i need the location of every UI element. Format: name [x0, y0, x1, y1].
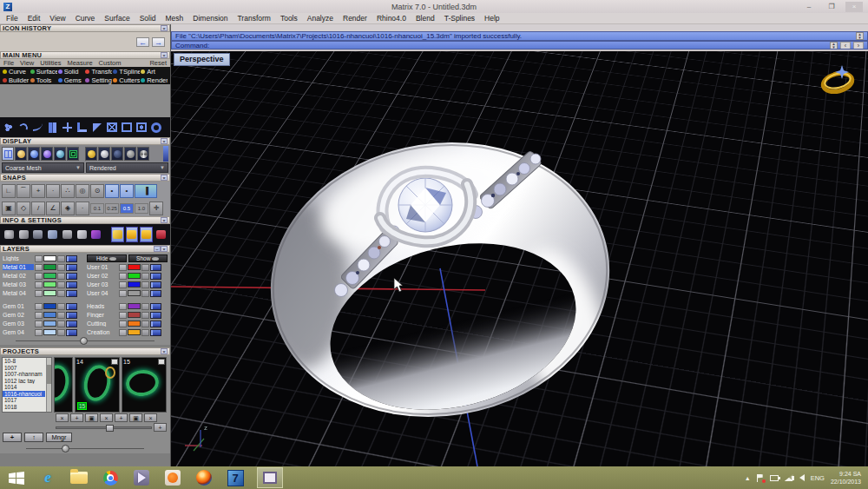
color-swatch[interactable]: [128, 320, 141, 327]
slider-handle[interactable]: [62, 445, 69, 453]
layer-row-heads[interactable]: Heads: [87, 302, 168, 310]
internet-explorer-icon[interactable]: e: [38, 469, 57, 486]
expand-icon[interactable]: [35, 290, 43, 297]
spinner-icon[interactable]: ▲▼: [856, 32, 864, 40]
menu-tools[interactable]: Tools: [280, 14, 298, 23]
color-swatch[interactable]: [43, 255, 56, 261]
gem-icon[interactable]: [89, 227, 102, 242]
snap-point-icon[interactable]: +: [31, 184, 45, 198]
lock-icon[interactable]: [57, 273, 65, 280]
menu-file[interactable]: File: [6, 14, 18, 23]
display-close-icon[interactable]: ×: [161, 138, 168, 144]
chrome-material-icon[interactable]: [137, 147, 149, 161]
list-item[interactable]: 1014: [3, 384, 45, 391]
viewport-tab-perspective[interactable]: Perspective: [174, 53, 230, 66]
notes-icon[interactable]: [76, 227, 89, 242]
wrench-icon[interactable]: [17, 227, 30, 242]
expand-icon[interactable]: [119, 273, 127, 280]
hscroll-handle[interactable]: [106, 425, 114, 432]
hscroll-plus-icon[interactable]: +: [154, 423, 167, 432]
menu-dimension[interactable]: Dimension: [193, 14, 227, 23]
add-thumb-icon[interactable]: +: [115, 413, 128, 422]
lock-icon[interactable]: [141, 329, 149, 336]
mm-file[interactable]: File: [3, 59, 14, 67]
action-center-flag-icon[interactable]: [757, 474, 764, 482]
pointer-icon[interactable]: [111, 227, 124, 242]
color-swatch[interactable]: [128, 290, 141, 296]
cat-transform[interactable]: Transform: [85, 68, 112, 76]
split-icon[interactable]: [120, 120, 133, 135]
expand-icon[interactable]: [35, 264, 43, 271]
visibility-toggle[interactable]: [66, 303, 77, 310]
snap-mid-icon[interactable]: ·: [46, 184, 60, 198]
icon-history-close-icon[interactable]: ×: [161, 25, 168, 31]
visibility-toggle[interactable]: [66, 320, 77, 327]
snap-gem-icon[interactable]: ◈: [61, 202, 75, 215]
projects-close-icon[interactable]: ×: [161, 348, 168, 354]
matrix-taskbar-icon[interactable]: 7: [226, 469, 245, 486]
project-thumbnail-15[interactable]: 15: [122, 357, 167, 413]
color-swatch[interactable]: [43, 303, 56, 309]
hide-button[interactable]: Hide: [87, 254, 127, 262]
visibility-toggle[interactable]: [66, 290, 77, 297]
prev-command-icon[interactable]: ‹: [840, 42, 851, 50]
cat-surface[interactable]: Surface: [30, 68, 57, 76]
lock-icon[interactable]: [141, 312, 149, 319]
cat-solid[interactable]: Solid: [58, 68, 85, 76]
layers-minimize-icon[interactable]: –: [154, 246, 161, 252]
color-swatch[interactable]: [43, 273, 56, 279]
expand-icon[interactable]: [35, 273, 43, 280]
command-history-line[interactable]: File "C:\Users\Pham\Documents\Matrix7\Pr…: [171, 31, 868, 41]
color-swatch[interactable]: [128, 281, 141, 287]
visibility-toggle[interactable]: [150, 312, 161, 319]
expand-icon[interactable]: [119, 281, 127, 288]
snaps-panel-header[interactable]: SNAPS ×: [0, 174, 170, 182]
lock-icon[interactable]: [57, 290, 65, 297]
firefox-icon[interactable]: [194, 469, 214, 486]
visibility-toggle[interactable]: [66, 255, 77, 262]
box-icon[interactable]: [46, 227, 59, 242]
kmplayer-icon[interactable]: [132, 469, 151, 486]
visibility-toggle[interactable]: [66, 329, 77, 336]
menu-blend[interactable]: Blend: [416, 14, 435, 23]
expand-icon[interactable]: [35, 281, 43, 288]
dark-material-icon[interactable]: [111, 147, 123, 161]
shaded-blue-icon[interactable]: [28, 147, 40, 161]
up-project-button[interactable]: ↑: [24, 433, 43, 442]
color-swatch[interactable]: [43, 312, 56, 318]
layer-row-metal04[interactable]: Metal 04: [3, 289, 83, 297]
layer-row-metal02[interactable]: Metal 02: [3, 272, 83, 280]
layer-row-lights[interactable]: Lights: [3, 254, 83, 262]
layer-row-user02[interactable]: User 02: [87, 272, 168, 280]
extract-icon[interactable]: [135, 120, 148, 135]
layer-row-gem02[interactable]: Gem 02: [3, 311, 83, 319]
wireframe-icon[interactable]: [2, 147, 14, 161]
color-swatch[interactable]: [43, 290, 56, 296]
menu-rhino[interactable]: Rhino4.0: [377, 14, 406, 23]
expand-icon[interactable]: [119, 290, 127, 297]
menu-mesh[interactable]: Mesh: [166, 14, 184, 23]
menu-curve[interactable]: Curve: [76, 14, 95, 23]
snap-planar-icon[interactable]: ▐: [135, 184, 157, 198]
mesh-grid-icon[interactable]: [67, 147, 79, 161]
points-icon[interactable]: [2, 120, 15, 135]
file-explorer-icon[interactable]: [69, 469, 89, 486]
list-item[interactable]: 1007-nhannam: [3, 371, 45, 378]
visibility-toggle[interactable]: [66, 264, 77, 271]
layer-row-metal03[interactable]: Metal 03: [3, 281, 83, 288]
render-mode-select[interactable]: Rendered▼: [86, 162, 168, 173]
mm-measure[interactable]: Measure: [67, 59, 92, 67]
layer-row-user01[interactable]: User 01: [87, 263, 168, 271]
snap-line-icon[interactable]: /: [31, 202, 45, 215]
list-item[interactable]: 1012 lac tay: [3, 378, 45, 385]
layers-close-icon[interactable]: ×: [161, 246, 168, 252]
layer-row-gem04[interactable]: Gem 04: [3, 328, 83, 336]
mm-reset[interactable]: Reset: [149, 59, 167, 67]
cat-setting[interactable]: Setting: [85, 76, 112, 84]
cat-cutters[interactable]: Cutters: [113, 76, 140, 84]
layer-row-cutting[interactable]: Cutting: [87, 320, 168, 327]
display-scroll-handle[interactable]: [163, 146, 168, 162]
lock-icon[interactable]: [57, 264, 65, 271]
lock-icon[interactable]: [57, 320, 65, 327]
history-back-icon[interactable]: ←: [136, 37, 149, 47]
